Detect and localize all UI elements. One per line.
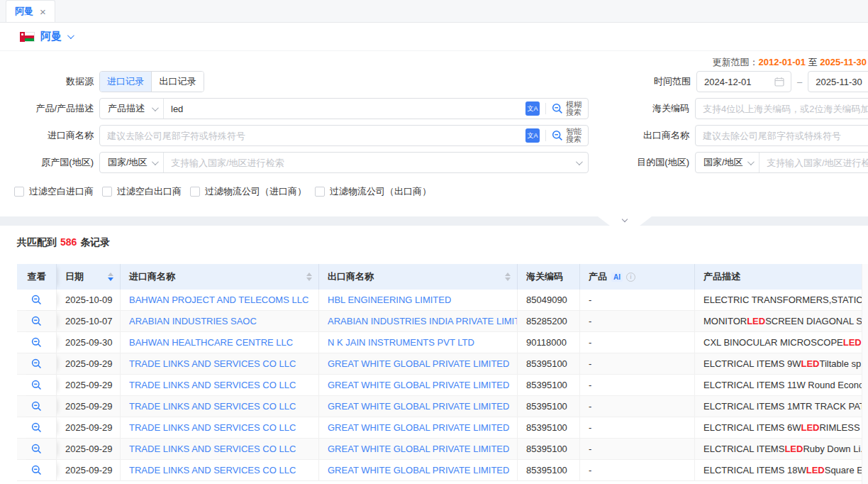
tab-title: 阿曼 xyxy=(15,5,33,18)
view-button[interactable] xyxy=(31,316,42,326)
end-date-input[interactable] xyxy=(816,72,868,92)
filter-logistics-importer[interactable]: 过滤物流公司（进口商） xyxy=(190,185,306,198)
row-product: - xyxy=(580,332,695,353)
view-button[interactable] xyxy=(31,358,42,369)
origin-country-select[interactable]: 国家/地区 xyxy=(100,153,164,172)
row-hs-code: 85395100 xyxy=(518,460,580,480)
row-hs-code: 85395100 xyxy=(518,396,580,417)
header-product: 产品 AI i xyxy=(580,264,695,290)
row-description: ELCTRICAL ITEMS LED Ruby Down Li... xyxy=(695,439,862,459)
sort-control-importer[interactable] xyxy=(306,273,312,281)
row-importer-link[interactable]: TRADE LINKS AND SERVICES CO LLC xyxy=(129,422,296,433)
close-icon[interactable]: × xyxy=(40,6,46,17)
row-exporter-link[interactable]: GREAT WHITE GLOBAL PRIVATE LIMITED xyxy=(328,380,509,390)
hs-code-input[interactable] xyxy=(696,99,868,119)
row-importer-link[interactable]: ARABIAN INDUSTRIES SAOC xyxy=(129,316,257,326)
row-importer-link[interactable]: BAHWAN PROJECT AND TELECOMS LLC xyxy=(129,295,308,305)
start-date-input[interactable] xyxy=(704,72,774,92)
row-hs-code: 85285200 xyxy=(518,311,580,331)
chevron-down-icon[interactable] xyxy=(67,32,74,39)
row-importer-link[interactable]: TRADE LINKS AND SERVICES CO LLC xyxy=(129,444,296,454)
info-icon[interactable]: i xyxy=(626,273,635,282)
view-button[interactable] xyxy=(31,444,42,454)
country-bar: 阿曼 xyxy=(0,23,868,51)
checkbox[interactable] xyxy=(190,187,200,197)
row-exporter-link[interactable]: GREAT WHITE GLOBAL PRIVATE LIMITED xyxy=(328,444,509,454)
smart-search-button[interactable]: 智能搜索 xyxy=(552,128,582,143)
exporter-input[interactable] xyxy=(696,126,868,145)
sort-control-date[interactable] xyxy=(108,273,113,281)
row-exporter-link[interactable]: GREAT WHITE GLOBAL PRIVATE LIMITED xyxy=(328,422,509,433)
table-row: 2025-10-07 ARABIAN INDUSTRIES SAOC ARABI… xyxy=(17,311,862,332)
row-importer-link[interactable]: TRADE LINKS AND SERVICES CO LLC xyxy=(129,465,296,475)
row-product: - xyxy=(580,311,695,331)
row-date: 2025-09-30 xyxy=(57,332,121,353)
row-importer-link[interactable]: TRADE LINKS AND SERVICES CO LLC xyxy=(129,401,296,412)
time-range-start[interactable] xyxy=(696,71,791,92)
table-body: 2025-10-09 BAHWAN PROJECT AND TELECOMS L… xyxy=(17,290,862,481)
row-exporter-link[interactable]: HBL ENGINEERING LIMITED xyxy=(328,295,451,305)
row-exporter-link[interactable]: GREAT WHITE GLOBAL PRIVATE LIMITED xyxy=(328,401,509,412)
view-button[interactable] xyxy=(31,401,42,412)
row-date: 2025-09-29 xyxy=(57,460,121,480)
product-type-select[interactable]: 产品描述 xyxy=(100,99,164,119)
translate-icon[interactable]: 文A xyxy=(525,101,540,116)
chevron-down-icon xyxy=(747,158,755,165)
dest-country-input[interactable] xyxy=(760,153,868,172)
row-description: ELCTRICAL ITEMS 18W LED Square E... xyxy=(695,460,862,480)
update-range-label: 更新范围： xyxy=(712,57,758,67)
row-importer-link[interactable]: BAHWAN HEALTHCARE CENTRE LLC xyxy=(129,337,293,348)
magnifier-icon xyxy=(31,401,42,412)
update-range-start: 2012-01-01 xyxy=(758,57,806,67)
sort-control-exporter[interactable] xyxy=(505,273,511,281)
magnifier-icon xyxy=(31,337,42,348)
tab-oman[interactable]: 阿曼 × xyxy=(6,0,55,22)
vertical-scrollbar[interactable] xyxy=(862,264,868,484)
chevron-down-icon[interactable] xyxy=(576,158,583,165)
row-product: - xyxy=(580,290,695,310)
view-button[interactable] xyxy=(31,380,42,390)
view-button[interactable] xyxy=(31,465,42,475)
row-importer-link[interactable]: TRADE LINKS AND SERVICES CO LLC xyxy=(129,380,296,390)
checkbox[interactable] xyxy=(102,187,112,197)
filter-logistics-exporter[interactable]: 过滤物流公司（出口商） xyxy=(315,185,431,198)
view-button[interactable] xyxy=(31,295,42,305)
row-exporter-link[interactable]: N K JAIN INSTRUMENTS PVT LTD xyxy=(328,337,474,348)
row-description: ELCTRICAL ITEMS 9W LED Tiltable sp... xyxy=(695,353,862,374)
row-exporter-link[interactable]: GREAT WHITE GLOBAL PRIVATE LIMITED xyxy=(328,358,509,369)
results-section: 共匹配到586条记录 查看 日期 进口商名称 出口商名称 海关编码 xyxy=(0,216,868,484)
chevron-down-icon xyxy=(152,158,159,165)
checkbox[interactable] xyxy=(14,187,24,197)
dest-country-select[interactable]: 国家/地区 xyxy=(696,153,760,172)
checkbox[interactable] xyxy=(315,187,325,197)
collapse-form-button[interactable] xyxy=(598,216,652,226)
filter-blank-importer[interactable]: 过滤空白进口商 xyxy=(14,185,94,198)
row-importer-link[interactable]: TRADE LINKS AND SERVICES CO LLC xyxy=(129,358,296,369)
magnifier-icon xyxy=(31,444,42,454)
tab-import-records[interactable]: 进口记录 xyxy=(100,72,152,92)
importer-input[interactable] xyxy=(100,126,525,145)
tab-export-records[interactable]: 出口记录 xyxy=(152,72,204,92)
view-button[interactable] xyxy=(31,422,42,433)
row-date: 2025-09-29 xyxy=(57,439,121,459)
chevron-down-icon xyxy=(152,104,159,111)
table-row: 2025-09-30 BAHWAN HEALTHCARE CENTRE LLC … xyxy=(17,332,862,353)
country-name[interactable]: 阿曼 xyxy=(40,30,62,43)
time-range-end[interactable] xyxy=(808,71,868,92)
row-exporter-link[interactable]: GREAT WHITE GLOBAL PRIVATE LIMITED xyxy=(328,465,509,475)
fuzzy-search-button[interactable]: 模糊搜索 xyxy=(552,101,582,116)
header-hs-code: 海关编码 xyxy=(518,264,580,290)
header-exporter: 出口商名称 xyxy=(319,264,518,290)
filter-blank-exporter[interactable]: 过滤空白出口商 xyxy=(102,185,182,198)
view-button[interactable] xyxy=(31,337,42,348)
translate-icon[interactable]: 文A xyxy=(525,128,540,143)
product-search-input[interactable] xyxy=(164,99,525,119)
header-view: 查看 xyxy=(17,264,57,290)
row-exporter-link[interactable]: ARABIAN INDUSTRIES INDIA PRIVATE LIMIT..… xyxy=(328,316,517,326)
row-hs-code: 85395100 xyxy=(518,353,580,374)
chevron-down-icon xyxy=(622,216,628,222)
row-description: ELECTRIC TRANSFORMERS,STATIC C... xyxy=(695,290,862,310)
origin-country-input[interactable] xyxy=(164,153,576,172)
row-hs-code: 85395100 xyxy=(518,417,580,438)
update-range-end: 2025-11-30 xyxy=(820,57,867,67)
